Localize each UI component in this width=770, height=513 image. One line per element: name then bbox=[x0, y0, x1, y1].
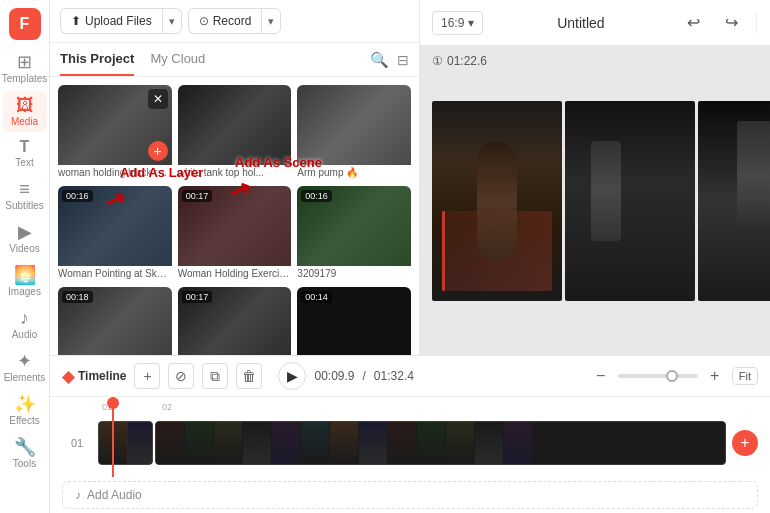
zoom-thumb[interactable] bbox=[666, 370, 678, 382]
search-icon[interactable]: 🔍 bbox=[370, 51, 389, 69]
list-item[interactable]: 00:16 3209179 bbox=[297, 186, 411, 281]
sidebar-item-label: Images bbox=[8, 286, 41, 297]
sidebar-item-label: Elements bbox=[4, 372, 46, 383]
tab-this-project[interactable]: This Project bbox=[60, 43, 134, 76]
clip-frame bbox=[388, 422, 416, 464]
timeline-copy-button[interactable]: ⧉ bbox=[202, 363, 228, 389]
editor-actions: ↩ ↪ ⊡ ? ☁ → E bbox=[678, 8, 770, 38]
sidebar-item-audio[interactable]: ♪ Audio bbox=[3, 304, 47, 345]
track-row: 01 bbox=[62, 421, 758, 465]
list-item[interactable]: 00:16 Woman Pointing at Sky o... bbox=[58, 186, 172, 281]
sidebar-item-elements[interactable]: ✦ Elements bbox=[3, 347, 47, 388]
timeline-split-button[interactable]: ⊘ bbox=[168, 363, 194, 389]
media-label: Woman Pointing at Sky o... bbox=[58, 266, 172, 281]
playhead-handle[interactable] bbox=[107, 397, 119, 409]
list-item[interactable]: 00:18 Fitness female group givi... bbox=[58, 287, 172, 355]
preview-frame-1 bbox=[432, 101, 562, 301]
record-dropdown-button[interactable]: ▾ bbox=[261, 8, 281, 34]
media-thumbnail: 00:16 bbox=[58, 186, 172, 266]
timeline-toolbar: ◆ Timeline + ⊘ ⧉ 🗑 ▶ 00:09.9 / 01:32.4 bbox=[50, 356, 770, 397]
media-label: 3209179 bbox=[297, 266, 411, 281]
add-media-button[interactable]: + bbox=[148, 141, 168, 161]
timeline-current-time: 00:09.9 bbox=[314, 369, 354, 383]
subtitles-icon: ≡ bbox=[19, 180, 30, 198]
timeline-section: ◆ Timeline + ⊘ ⧉ 🗑 ▶ 00:09.9 / 01:32.4 bbox=[50, 355, 770, 513]
aspect-ratio-button[interactable]: 16:9 ▾ bbox=[432, 11, 483, 35]
timeline-label: ◆ Timeline bbox=[62, 367, 126, 386]
sidebar-item-label: Media bbox=[11, 116, 38, 127]
preview-timecode: 01:22.6 bbox=[447, 54, 487, 68]
redo-button[interactable]: ↪ bbox=[716, 8, 746, 38]
chevron-down-icon: ▾ bbox=[468, 16, 474, 30]
zoom-out-button[interactable]: − bbox=[590, 365, 612, 387]
timeline-zoom-controls: − + Fit bbox=[590, 365, 758, 387]
media-duration: 00:14 bbox=[301, 291, 332, 303]
undo-button[interactable]: ↩ bbox=[678, 8, 708, 38]
add-track-button[interactable]: + bbox=[732, 430, 758, 456]
list-item[interactable]: 00:17 3832197 bbox=[178, 287, 292, 355]
audio-icon: ♪ bbox=[20, 309, 29, 327]
time-icon: ① bbox=[432, 54, 443, 68]
timeline-delete-button[interactable]: 🗑 bbox=[236, 363, 262, 389]
videos-icon: ▶ bbox=[18, 223, 32, 241]
list-item[interactable]: ✕ + woman holding black rope bbox=[58, 85, 172, 180]
sidebar-item-templates[interactable]: ⊞ Templates bbox=[3, 48, 47, 89]
timeline-play-button[interactable]: ▶ bbox=[278, 362, 306, 390]
split-icon: ⊘ bbox=[175, 368, 187, 384]
list-item[interactable]: white tank top hol... bbox=[178, 85, 292, 180]
clip-frame bbox=[475, 422, 503, 464]
sidebar-item-media[interactable]: 🖼 Media bbox=[3, 91, 47, 132]
list-item[interactable]: Arm pump 🔥 bbox=[297, 85, 411, 180]
sidebar-item-text[interactable]: T Text bbox=[3, 134, 47, 173]
filter-icon[interactable]: ⊟ bbox=[397, 52, 409, 68]
figure-2 bbox=[591, 141, 621, 241]
aspect-ratio-value: 16:9 bbox=[441, 16, 464, 30]
timeline-add-button[interactable]: + bbox=[134, 363, 160, 389]
play-icon: ▶ bbox=[287, 368, 298, 384]
tab-my-cloud[interactable]: My Cloud bbox=[150, 43, 205, 76]
tools-icon: 🔧 bbox=[14, 438, 36, 456]
media-duration: 00:16 bbox=[301, 190, 332, 202]
list-item[interactable]: 00:17 Woman Holding Exercise ... bbox=[178, 186, 292, 281]
project-title-input[interactable] bbox=[493, 15, 668, 31]
sidebar-item-effects[interactable]: ✨ Effects bbox=[3, 390, 47, 431]
sidebar-item-label: Subtitles bbox=[5, 200, 43, 211]
zoom-in-button[interactable]: + bbox=[704, 365, 726, 387]
sidebar-item-subtitles[interactable]: ≡ Subtitles bbox=[3, 175, 47, 216]
track-clip[interactable] bbox=[98, 421, 153, 465]
upload-dropdown-button[interactable]: ▾ bbox=[162, 8, 182, 34]
sidebar-item-videos[interactable]: ▶ Videos bbox=[3, 218, 47, 259]
media-thumbnail: 00:16 bbox=[297, 186, 411, 266]
clip-frame bbox=[417, 422, 445, 464]
add-audio-button[interactable]: ♪ Add Audio bbox=[62, 481, 758, 509]
copy-icon: ⧉ bbox=[210, 368, 220, 385]
elements-icon: ✦ bbox=[17, 352, 32, 370]
media-thumbnail: 00:18 bbox=[58, 287, 172, 355]
media-thumbnail: ✕ + bbox=[58, 85, 172, 165]
delete-media-button[interactable]: ✕ bbox=[148, 89, 168, 109]
ruler-tick: 02 bbox=[162, 402, 172, 412]
list-item[interactable]: 00:14 Fireworks 2024 Happy Ne... bbox=[297, 287, 411, 355]
app-logo[interactable]: F bbox=[9, 8, 41, 40]
media-label: white tank top hol... bbox=[178, 165, 292, 180]
sidebar-item-images[interactable]: 🌅 Images bbox=[3, 261, 47, 302]
timeline-playhead[interactable] bbox=[112, 397, 114, 477]
fit-button[interactable]: Fit bbox=[732, 367, 758, 385]
preview-time: ① 01:22.6 bbox=[432, 54, 487, 68]
record-btn-group: ⊙ Record ▾ bbox=[188, 8, 282, 34]
text-icon: T bbox=[20, 139, 30, 155]
clip-frame bbox=[128, 422, 153, 464]
music-icon: ♪ bbox=[75, 488, 81, 502]
track-number: 01 bbox=[62, 437, 92, 449]
clip-frame bbox=[185, 422, 213, 464]
record-button[interactable]: ⊙ Record bbox=[188, 8, 262, 34]
timeline-dot: ◆ bbox=[62, 367, 74, 386]
sidebar-item-label: Text bbox=[15, 157, 33, 168]
upload-files-button[interactable]: ⬆ Upload Files bbox=[60, 8, 162, 34]
media-label: Arm pump 🔥 bbox=[297, 165, 411, 180]
clip-frame bbox=[504, 422, 532, 464]
track-clip[interactable] bbox=[155, 421, 726, 465]
sidebar-item-tools[interactable]: 🔧 Tools bbox=[3, 433, 47, 474]
zoom-track bbox=[618, 374, 698, 378]
sidebar-item-label: Videos bbox=[9, 243, 39, 254]
